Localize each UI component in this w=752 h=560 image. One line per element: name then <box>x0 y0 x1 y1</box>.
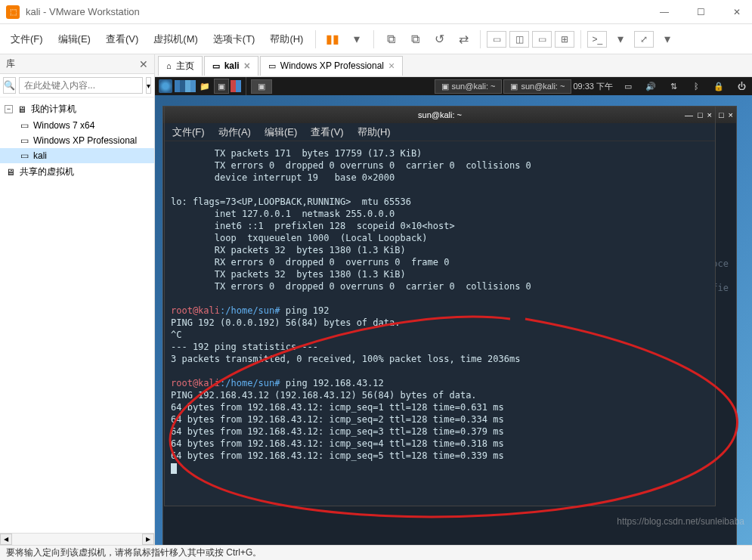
thumbnail-icon[interactable]: ⊞ <box>555 31 574 48</box>
toolbar-dropdown3-icon[interactable]: ▾ <box>657 29 678 50</box>
vm-display[interactable]: 📁 ▣ ▣ ▣ sun@kali: ~ ▣ sun@kali: ~ <box>155 77 752 545</box>
search-icon[interactable]: 🔍 <box>3 77 16 94</box>
tab-close-icon[interactable]: × <box>244 60 250 72</box>
taskbar-task2[interactable]: ▣ sun@kali: ~ <box>503 79 571 94</box>
fullscreen-icon[interactable]: ▭ <box>487 31 506 48</box>
maximize-button[interactable]: ☐ <box>692 3 710 21</box>
sidebar-close-icon[interactable]: ✕ <box>139 58 148 70</box>
menubar: 文件(F) 编辑(E) 查看(V) 虚拟机(M) 选项卡(T) 帮助(H) ▮▮… <box>0 24 752 54</box>
tree-shared-vms[interactable]: 🖥 共享的虚拟机 <box>0 163 154 181</box>
vmware-icon: ⬚ <box>6 5 20 19</box>
sidebar-scrollbar[interactable]: ◀ ▶ <box>0 533 154 545</box>
minimize-button[interactable]: — <box>655 3 673 21</box>
console-icon[interactable]: ▭ <box>532 31 552 48</box>
menu-view[interactable]: 查看(V) <box>100 28 144 51</box>
task-label: sun@kali: ~ <box>452 82 496 91</box>
window-title: kali - VMware Workstation <box>26 6 655 17</box>
terminal-icon: ▣ <box>258 82 265 91</box>
tree-label: kali <box>33 150 47 161</box>
taskbar-terminal-active[interactable]: ▣ <box>251 79 272 94</box>
snapshot-icon[interactable]: ⧉ <box>380 29 401 50</box>
library-tree: − 🖥 我的计算机 ▭ Windows 7 x64 ▭ Windows XP P… <box>0 97 154 533</box>
terminal-icon: ▣ <box>510 82 518 91</box>
tree-item-winxp[interactable]: ▭ Windows XP Professional <box>0 133 154 148</box>
tab-kali[interactable]: ▭ kali × <box>204 56 258 76</box>
scroll-left-icon[interactable]: ◀ <box>0 534 12 545</box>
tab-home[interactable]: ⌂ 主页 <box>158 56 203 76</box>
snapshot-revert-icon[interactable]: ↺ <box>429 29 450 50</box>
shared-icon: 🖥 <box>5 167 17 178</box>
statusbar: 要将输入定向到该虚拟机，请将鼠标指针移入其中或按 Ctrl+G。 <box>0 545 752 560</box>
cmd-icon[interactable]: >_ <box>587 31 607 48</box>
home-icon: ⌂ <box>166 61 172 70</box>
term-menu-edit[interactable]: 编辑(E) <box>265 125 297 139</box>
kali-logo-icon[interactable] <box>158 79 173 94</box>
vm-icon: ▭ <box>18 150 30 161</box>
files-icon[interactable]: 📁 <box>197 79 212 94</box>
menu-file[interactable]: 文件(F) <box>5 28 49 51</box>
menu-tabs[interactable]: 选项卡(T) <box>207 28 261 51</box>
vm-icon: ▭ <box>212 61 220 71</box>
tab-label: Windows XP Professional <box>280 60 384 71</box>
vm-icon: ▭ <box>18 135 30 146</box>
term-menu-view[interactable]: 查看(V) <box>311 125 343 139</box>
term-menu-action[interactable]: 动作(A) <box>218 125 251 139</box>
taskbar-task1[interactable]: ▣ sun@kali: ~ <box>435 79 503 94</box>
computer-icon: 🖥 <box>16 104 28 115</box>
menu-help[interactable]: 帮助(H) <box>264 28 309 51</box>
vm-icon: ▭ <box>268 61 276 71</box>
power-icon[interactable]: ⏻ <box>734 79 749 94</box>
toolbar-dropdown2-icon[interactable]: ▾ <box>610 29 631 50</box>
collapse-icon[interactable]: − <box>5 105 13 113</box>
terminal-cursor <box>171 463 177 474</box>
workspace-switcher[interactable] <box>175 80 196 92</box>
lock-icon[interactable]: 🔒 <box>711 79 726 94</box>
stretch-icon[interactable]: ⤢ <box>634 31 654 48</box>
vm-icon: ▭ <box>18 120 30 131</box>
close-button[interactable]: ✕ <box>728 3 746 21</box>
volume-icon[interactable]: 🔊 <box>643 79 658 94</box>
app-shortcuts[interactable] <box>231 80 241 92</box>
status-text: 要将输入定向到该虚拟机，请将鼠标指针移入其中或按 Ctrl+G。 <box>6 546 261 559</box>
close-icon[interactable]: × <box>729 110 733 119</box>
tree-root-my-computer[interactable]: − 🖥 我的计算机 <box>0 101 154 118</box>
term-menu-help[interactable]: 帮助(H) <box>357 125 391 139</box>
terminal-output[interactable]: TX packets 171 bytes 17759 (17.3 KiB) TX… <box>165 141 715 506</box>
sidebar-title: 库 <box>6 57 15 70</box>
bluetooth-icon[interactable]: ᛒ <box>689 79 704 94</box>
snapshot-manager-icon[interactable]: ⧉ <box>404 29 426 50</box>
maximize-icon[interactable]: □ <box>719 110 724 119</box>
pause-icon[interactable]: ▮▮ <box>322 29 343 50</box>
notification-icon[interactable]: ▭ <box>620 79 636 94</box>
tree-label: Windows XP Professional <box>33 135 137 146</box>
terminal-titlebar[interactable]: sun@kali: ~ — □ × <box>165 107 715 123</box>
network-icon[interactable]: ⇅ <box>666 79 681 94</box>
close-icon[interactable]: × <box>707 110 712 119</box>
terminal-shortcut-icon[interactable]: ▣ <box>214 79 229 94</box>
terminal-menubar: 文件(F) 动作(A) 编辑(E) 查看(V) 帮助(H) <box>165 123 715 141</box>
search-dropdown-icon[interactable]: ▾ <box>146 77 151 94</box>
usb-icon[interactable]: ⇄ <box>453 29 474 50</box>
library-sidebar: 库 ✕ 🔍 ▾ − 🖥 我的计算机 ▭ Windows 7 x64 ▭ Wind… <box>0 54 155 545</box>
vm-tabs: ⌂ 主页 ▭ kali × ▭ Windows XP Professional … <box>155 54 752 77</box>
tree-label: 共享的虚拟机 <box>20 166 74 178</box>
menu-vm[interactable]: 虚拟机(M) <box>147 28 204 51</box>
menu-edit[interactable]: 编辑(E) <box>52 28 97 51</box>
tab-close-icon[interactable]: × <box>388 60 395 72</box>
tree-label: 我的计算机 <box>31 103 76 116</box>
tree-item-kali[interactable]: ▭ kali <box>0 148 154 163</box>
terminal-window-foreground[interactable]: sun@kali: ~ — □ × 文件(F) 动作(A) 编辑(E) 查看(V… <box>164 106 716 506</box>
tree-item-win7[interactable]: ▭ Windows 7 x64 <box>0 118 154 133</box>
search-input[interactable] <box>19 77 143 94</box>
clock[interactable]: 09:33 下午 <box>573 81 613 92</box>
tab-winxp[interactable]: ▭ Windows XP Professional × <box>260 56 403 76</box>
scroll-right-icon[interactable]: ▶ <box>142 534 154 545</box>
maximize-icon[interactable]: □ <box>698 110 703 119</box>
tab-label: kali <box>224 60 240 71</box>
task-label: sun@kali: ~ <box>521 82 565 91</box>
unity-icon[interactable]: ◫ <box>509 31 529 48</box>
term-menu-file[interactable]: 文件(F) <box>172 125 205 139</box>
tree-label: Windows 7 x64 <box>33 120 94 131</box>
toolbar-dropdown-icon[interactable]: ▾ <box>346 29 367 50</box>
minimize-icon[interactable]: — <box>685 110 693 119</box>
